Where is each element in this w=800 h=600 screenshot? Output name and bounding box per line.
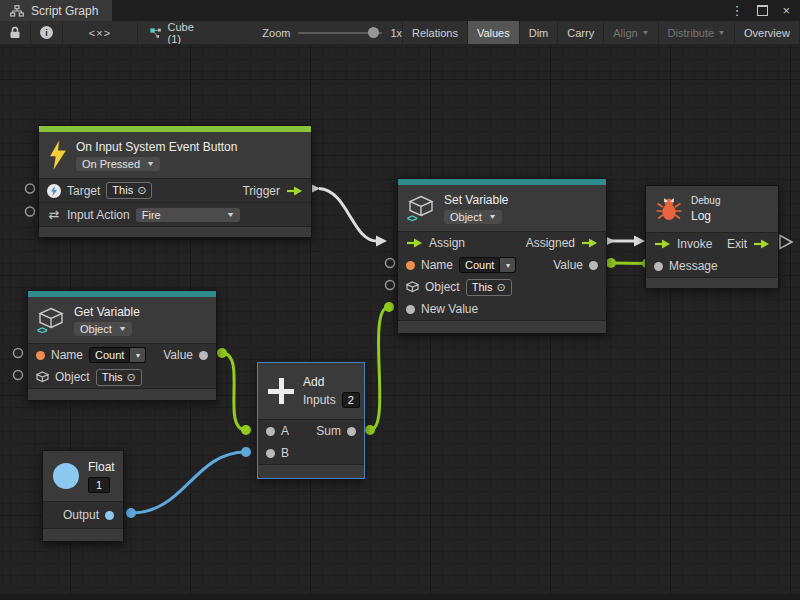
node-title: Float: [88, 460, 115, 474]
trigger-flow-arrow-icon[interactable]: [286, 186, 303, 196]
chevron-down-icon: ▼: [500, 257, 516, 273]
new-value-port-label: New Value: [421, 302, 478, 316]
graph-context[interactable]: Cube (1): [150, 21, 198, 44]
relations-button[interactable]: Relations: [402, 21, 467, 44]
sum-port-label: Sum: [316, 424, 341, 438]
object-port-label: Object: [425, 280, 460, 294]
graph-canvas[interactable]: On Input System Event Button On Pressed …: [0, 44, 800, 600]
chevron-down-icon: ▼: [488, 213, 497, 220]
object-picker[interactable]: This ⊙: [96, 369, 142, 386]
zoom-slider[interactable]: [298, 32, 382, 34]
node-get-variable[interactable]: <> Get Variable Object ▼ Name Count ▼ Va…: [27, 290, 217, 401]
invoke-flow-arrow-icon[interactable]: [654, 239, 671, 249]
float-value-icon: [53, 463, 79, 489]
message-port-label: Message: [669, 259, 718, 273]
wire-float-to-addB[interactable]: [126, 447, 251, 518]
node-add[interactable]: Add Inputs 2 A Sum B: [257, 362, 365, 479]
node-float[interactable]: Float 1 Output: [42, 450, 124, 542]
float-value-field[interactable]: 1: [88, 477, 110, 493]
lock-button[interactable]: [0, 21, 31, 44]
values-button[interactable]: Values: [467, 21, 519, 44]
tab-script-graph[interactable]: Script Graph: [0, 0, 112, 21]
assigned-flow-arrow-icon[interactable]: [581, 238, 598, 248]
chevron-down-icon: ▼: [118, 325, 127, 332]
object-picker-icon: ⊙: [126, 370, 135, 385]
graph-toolbar: i <×> Cube (1) Zoom 1x Relations Values …: [0, 21, 800, 45]
message-port[interactable]: [654, 262, 663, 271]
chevron-down-icon: ▼: [641, 29, 649, 36]
exit-port-label: Exit: [727, 237, 747, 251]
plus-icon: [268, 378, 294, 404]
variable-scope-dropdown[interactable]: Object ▼: [444, 210, 502, 224]
object-picker-icon: ⊙: [137, 183, 146, 198]
info-icon: i: [40, 26, 53, 39]
chevron-down-icon: ▼: [717, 29, 725, 36]
sum-port[interactable]: [347, 427, 356, 436]
name-port[interactable]: [406, 261, 415, 270]
object-picker-icon: ⊙: [496, 280, 505, 295]
node-footer: [43, 528, 123, 541]
lightning-bolt-icon: [49, 140, 67, 170]
object-cube-icon: [36, 371, 49, 383]
lock-icon: [9, 26, 21, 39]
chevron-down-icon: ▼: [130, 347, 146, 363]
node-footer: [258, 464, 364, 478]
output-port-label: Output: [63, 508, 99, 522]
node-footer: [28, 388, 216, 400]
chevron-down-icon: ▼: [226, 211, 235, 218]
value-port[interactable]: [199, 351, 208, 360]
wire-sum-to-newvalue[interactable]: [365, 302, 394, 435]
trigger-port-label: Trigger: [242, 184, 280, 198]
input-action-icon: ⇄: [47, 207, 61, 222]
value-port-label: Value: [163, 348, 193, 362]
new-value-port[interactable]: [406, 305, 415, 314]
node-debug-log[interactable]: Debug Log Invoke Exit Message: [645, 185, 779, 289]
inputs-label: Inputs: [303, 393, 336, 407]
assign-flow-arrow-icon[interactable]: [406, 238, 423, 248]
code-view-button[interactable]: <×>: [63, 21, 138, 44]
variable-scope-dropdown[interactable]: Object ▼: [74, 322, 132, 336]
target-object-picker[interactable]: This ⊙: [106, 182, 152, 199]
object-picker[interactable]: This ⊙: [466, 279, 512, 296]
node-on-input-system-event-button[interactable]: On Input System Event Button On Pressed …: [38, 125, 312, 238]
align-button[interactable]: Align▼: [603, 21, 657, 44]
input-action-dropdown[interactable]: Fire ▼: [136, 208, 240, 222]
overview-button[interactable]: Overview: [734, 21, 799, 44]
graph-context-icon: [150, 26, 162, 40]
carry-button[interactable]: Carry: [557, 21, 603, 44]
window-maximize-icon[interactable]: [757, 5, 768, 16]
code-icon: <×>: [89, 27, 111, 39]
node-title: Log: [691, 209, 720, 223]
node-set-variable[interactable]: <> Set Variable Object ▼ Assign Assigned: [397, 178, 607, 334]
wire-getvalue-to-addA[interactable]: [217, 348, 251, 435]
output-port[interactable]: [105, 511, 114, 520]
wire-trigger-to-assign[interactable]: [309, 183, 387, 247]
name-port[interactable]: [36, 351, 45, 360]
distribute-button[interactable]: Distribute▼: [658, 21, 734, 44]
a-port[interactable]: [266, 427, 275, 436]
node-footer: [646, 277, 778, 288]
info-button[interactable]: i: [31, 21, 63, 44]
b-port[interactable]: [266, 449, 275, 458]
node-footer: [39, 226, 311, 237]
b-port-label: B: [281, 446, 289, 460]
a-port-label: A: [281, 424, 289, 438]
object-cube-icon: [406, 281, 419, 293]
input-action-port-label: Input Action: [67, 208, 130, 222]
window-close-icon[interactable]: ×: [782, 4, 790, 17]
exit-flow-arrow-icon[interactable]: [753, 239, 770, 249]
node-title: On Input System Event Button: [76, 140, 237, 154]
assign-port-label: Assign: [429, 236, 465, 250]
variable-name-dropdown[interactable]: Count ▼: [459, 257, 516, 273]
chevron-down-icon: ▼: [146, 160, 155, 167]
zoom-slider-handle[interactable]: [368, 27, 379, 38]
target-port-label: Target: [67, 184, 100, 198]
inputs-count-field[interactable]: 2: [342, 392, 360, 408]
value-port[interactable]: [589, 261, 598, 270]
variable-name-dropdown[interactable]: Count ▼: [89, 347, 146, 363]
wire-assigned-to-invoke[interactable]: [604, 236, 645, 247]
window-menu-icon[interactable]: ⋮: [730, 4, 743, 17]
exit-port-triangle[interactable]: [780, 236, 792, 249]
event-mode-dropdown[interactable]: On Pressed ▼: [76, 157, 160, 171]
dim-button[interactable]: Dim: [519, 21, 558, 44]
